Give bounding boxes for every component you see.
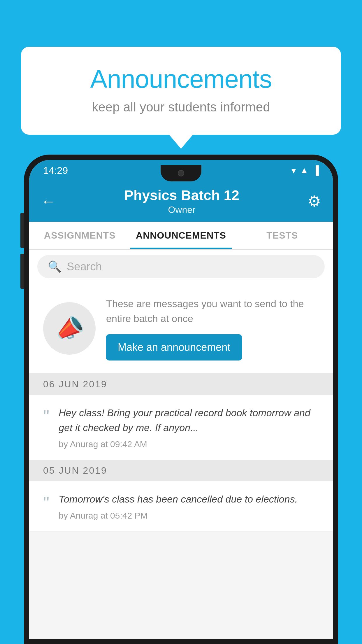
tab-tests[interactable]: TESTS	[232, 222, 333, 249]
battery-icon: ▐	[313, 165, 319, 175]
quote-icon-2: "	[43, 494, 49, 512]
app-header: ← Physics Batch 12 Owner ⚙	[29, 181, 333, 222]
header-center: Physics Batch 12 Owner	[124, 187, 239, 215]
promo-icon-circle: 📣	[43, 302, 96, 355]
back-button[interactable]: ←	[41, 192, 56, 210]
announcement-meta-2: by Anurag at 05:42 PM	[59, 511, 319, 521]
make-announcement-button[interactable]: Make an announcement	[106, 334, 242, 360]
status-time: 14:29	[43, 165, 68, 176]
tabs-bar: ASSIGNMENTS ANNOUNCEMENTS TESTS	[29, 222, 333, 250]
search-container: 🔍 Search	[29, 250, 333, 284]
search-icon: 🔍	[48, 260, 61, 273]
promo-card: 📣 These are messages you want to send to…	[29, 284, 333, 374]
phone-screen: 14:29 ▾ ▲ ▐ ← Physics Batch 12 Owner ⚙	[29, 160, 333, 639]
signal-icon: ▲	[300, 165, 309, 175]
megaphone-icon: 📣	[52, 312, 87, 346]
search-bar[interactable]: 🔍 Search	[37, 255, 325, 278]
phone-outer: 14:29 ▾ ▲ ▐ ← Physics Batch 12 Owner ⚙	[24, 155, 338, 644]
tab-announcements[interactable]: ANNOUNCEMENTS	[130, 222, 231, 249]
date-separator-1: 06 JUN 2019	[29, 374, 333, 395]
announcement-content-1: Hey class! Bring your practical record b…	[59, 405, 319, 449]
date-separator-2: 05 JUN 2019	[29, 460, 333, 481]
promo-right: These are messages you want to send to t…	[106, 296, 319, 360]
bubble-title: Announcements	[44, 64, 318, 94]
announcement-content-2: Tomorrow's class has been cancelled due …	[59, 492, 319, 521]
status-icons: ▾ ▲ ▐	[291, 165, 319, 176]
search-placeholder: Search	[67, 260, 102, 273]
announcement-meta-1: by Anurag at 09:42 AM	[59, 439, 319, 449]
header-subtitle: Owner	[124, 204, 239, 215]
content-area: 🔍 Search 📣 These are messages you want t…	[29, 250, 333, 639]
volume-down-button	[20, 254, 24, 289]
phone-container: 14:29 ▾ ▲ ▐ ← Physics Batch 12 Owner ⚙	[24, 155, 338, 644]
promo-description: These are messages you want to send to t…	[106, 296, 319, 326]
bubble-subtitle: keep all your students informed	[44, 100, 318, 114]
tab-assignments[interactable]: ASSIGNMENTS	[29, 222, 130, 249]
settings-button[interactable]: ⚙	[307, 192, 321, 210]
announcement-text-1: Hey class! Bring your practical record b…	[59, 405, 319, 435]
speech-bubble: Announcements keep all your students inf…	[21, 47, 341, 135]
announcement-item-1: " Hey class! Bring your practical record…	[29, 395, 333, 460]
phone-side-left	[20, 213, 24, 289]
phone-notch	[161, 165, 201, 181]
announcement-text-2: Tomorrow's class has been cancelled due …	[59, 492, 319, 507]
header-title: Physics Batch 12	[124, 187, 239, 203]
quote-icon-1: "	[43, 408, 49, 425]
announcement-item-2: " Tomorrow's class has been cancelled du…	[29, 481, 333, 531]
volume-up-button	[20, 213, 24, 248]
wifi-icon: ▾	[291, 165, 296, 176]
camera	[178, 170, 184, 176]
speech-bubble-container: Announcements keep all your students inf…	[21, 47, 341, 135]
